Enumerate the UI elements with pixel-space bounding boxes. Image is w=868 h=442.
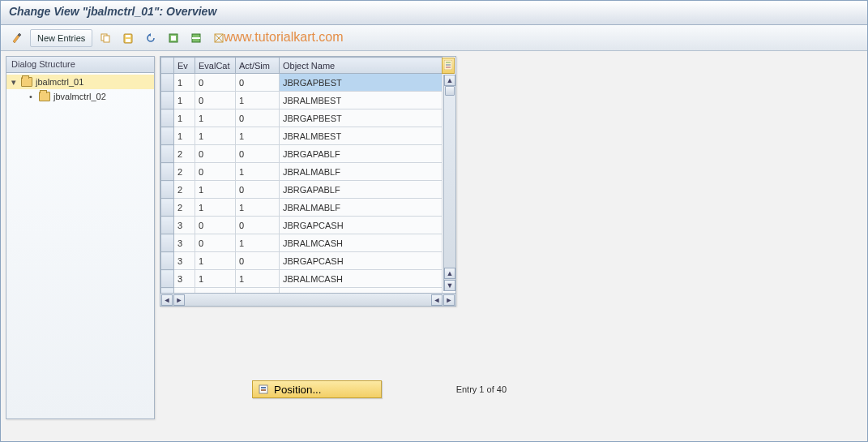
cell-evalcat[interactable]: 1 <box>195 127 236 145</box>
row-selector[interactable] <box>161 145 174 163</box>
table-row[interactable]: 210JBRGAPABLF <box>161 181 443 199</box>
cell-ev[interactable]: 1 <box>174 74 195 92</box>
tree-expand-icon[interactable]: ▾ <box>11 77 19 88</box>
cell-objectname[interactable]: JBRGAPCASH <box>280 252 443 270</box>
cell-actsim[interactable]: 1 <box>236 270 280 288</box>
save-button[interactable] <box>118 29 138 47</box>
row-selector[interactable] <box>161 127 174 145</box>
new-entries-button[interactable]: New Entries <box>30 29 92 47</box>
table-row[interactable]: 301JBRALMCASH <box>161 234 443 252</box>
undo-button[interactable] <box>141 29 160 47</box>
table-settings-button[interactable] <box>442 58 455 74</box>
scroll-left-end-button[interactable]: ◄ <box>431 294 443 306</box>
cell-evalcat[interactable]: 0 <box>195 74 236 92</box>
cell-evalcat[interactable]: 0 <box>195 145 236 163</box>
cell-actsim[interactable]: 1 <box>236 127 280 145</box>
scroll-up-button[interactable]: ▲ <box>444 75 455 86</box>
row-selector[interactable] <box>161 163 174 181</box>
table-row[interactable]: 110JBRGAPBEST <box>161 109 443 127</box>
copy-button[interactable] <box>96 29 115 47</box>
cell-actsim[interactable]: 0 <box>236 74 280 92</box>
table-row[interactable]: 100JBRGAPBEST <box>161 74 443 92</box>
cell-objectname[interactable]: JBRGAPBEST <box>280 109 443 127</box>
table-row[interactable]: 211JBRALMABLF <box>161 199 443 217</box>
cell-evalcat[interactable]: 1 <box>195 252 236 270</box>
cell-objectname[interactable]: JBRALMBEST <box>280 127 443 145</box>
cell-ev[interactable]: 1 <box>174 127 195 145</box>
cell-ev[interactable]: 3 <box>174 270 195 288</box>
table-row[interactable]: 111JBRALMBEST <box>161 127 443 145</box>
vertical-scrollbar[interactable]: ▲ ▲ ▼ <box>443 75 455 291</box>
row-selector[interactable] <box>161 74 174 92</box>
cell-actsim[interactable]: 0 <box>236 217 280 234</box>
toggle-button[interactable] <box>7 29 27 47</box>
row-selector[interactable] <box>161 109 174 127</box>
cell-actsim[interactable]: 1 <box>236 92 280 109</box>
cell-evalcat[interactable]: 0 <box>195 92 236 109</box>
scroll-right-button[interactable]: ► <box>173 294 185 306</box>
select-all-button[interactable] <box>164 29 183 47</box>
cell-objectname[interactable]: JBRGAPABLF <box>280 181 443 199</box>
scroll-thumb[interactable] <box>445 86 455 96</box>
scroll-right-end-button[interactable]: ► <box>443 294 455 306</box>
cell-ev[interactable]: 3 <box>174 217 195 234</box>
cell-ev[interactable]: 1 <box>174 92 195 109</box>
row-selector[interactable] <box>161 181 174 199</box>
cell-actsim[interactable]: 1 <box>236 163 280 181</box>
col-header-objectname[interactable]: Object Name <box>280 58 443 74</box>
scroll-down-button[interactable]: ▼ <box>444 280 455 291</box>
cell-objectname[interactable]: JBRGAPCASH <box>280 217 443 234</box>
cell-objectname[interactable]: JBRALMBEST <box>280 92 443 109</box>
cell-ev[interactable]: 2 <box>174 199 195 217</box>
cell-evalcat[interactable]: 0 <box>195 217 236 234</box>
row-selector[interactable] <box>161 217 174 234</box>
table-row[interactable]: 200JBRGAPABLF <box>161 145 443 163</box>
cell-ev[interactable]: 2 <box>174 181 195 199</box>
cell-objectname[interactable]: JBRGAPABLF <box>280 145 443 163</box>
cell-objectname[interactable]: JBRALMCASH <box>280 234 443 252</box>
cell-actsim[interactable]: 1 <box>236 234 280 252</box>
row-selector-header[interactable] <box>161 58 174 74</box>
cell-ev[interactable]: 3 <box>174 252 195 270</box>
col-header-ev[interactable]: Ev <box>174 58 195 74</box>
cell-ev[interactable]: 2 <box>174 163 195 181</box>
cell-objectname[interactable]: JBRALMABLF <box>280 199 443 217</box>
cell-objectname[interactable]: JBRGAPBEST <box>280 74 443 92</box>
cell-evalcat[interactable]: 1 <box>195 199 236 217</box>
tree-node-jbalmctrl-01[interactable]: ▾ jbalmctrl_01 <box>6 75 154 89</box>
cell-ev[interactable]: 1 <box>174 109 195 127</box>
table-row[interactable]: 101JBRALMBEST <box>161 92 443 109</box>
cell-actsim[interactable]: 0 <box>236 181 280 199</box>
cell-actsim[interactable]: 1 <box>236 199 280 217</box>
row-selector[interactable] <box>161 234 174 252</box>
deselect-all-button[interactable] <box>209 29 229 47</box>
scroll-left-button[interactable]: ◄ <box>161 294 173 306</box>
cell-actsim[interactable]: 0 <box>236 145 280 163</box>
cell-actsim[interactable]: 0 <box>236 252 280 270</box>
position-button[interactable]: Position... <box>252 380 382 398</box>
col-header-actsim[interactable]: Act/Sim <box>236 58 280 74</box>
cell-evalcat[interactable]: 1 <box>195 270 236 288</box>
scroll-page-up-button[interactable]: ▲ <box>444 268 455 279</box>
cell-evalcat[interactable]: 1 <box>195 109 236 127</box>
cell-ev[interactable]: 2 <box>174 145 195 163</box>
cell-actsim[interactable]: 0 <box>236 109 280 127</box>
scroll-track[interactable] <box>444 86 455 268</box>
table-row[interactable]: 310JBRGAPCASH <box>161 252 443 270</box>
table-row[interactable]: 300JBRGAPCASH <box>161 217 443 234</box>
cell-evalcat[interactable]: 1 <box>195 181 236 199</box>
table-row[interactable]: 201JBRALMABLF <box>161 163 443 181</box>
cell-objectname[interactable]: JBRALMABLF <box>280 163 443 181</box>
table-row[interactable]: 311JBRALMCASH <box>161 270 443 288</box>
tree-node-jbvalmctrl-02[interactable]: • jbvalmctrl_02 <box>6 89 154 104</box>
cell-ev[interactable]: 3 <box>174 234 195 252</box>
row-selector[interactable] <box>161 199 174 217</box>
horizontal-scrollbar[interactable]: ◄ ► ◄ ► <box>160 293 455 306</box>
cell-evalcat[interactable]: 0 <box>195 234 236 252</box>
select-block-button[interactable] <box>186 29 206 47</box>
cell-evalcat[interactable]: 0 <box>195 163 236 181</box>
row-selector[interactable] <box>161 252 174 270</box>
col-header-evalcat[interactable]: EvalCat <box>195 58 236 74</box>
cell-objectname[interactable]: JBRALMCASH <box>280 270 443 288</box>
row-selector[interactable] <box>161 270 174 288</box>
